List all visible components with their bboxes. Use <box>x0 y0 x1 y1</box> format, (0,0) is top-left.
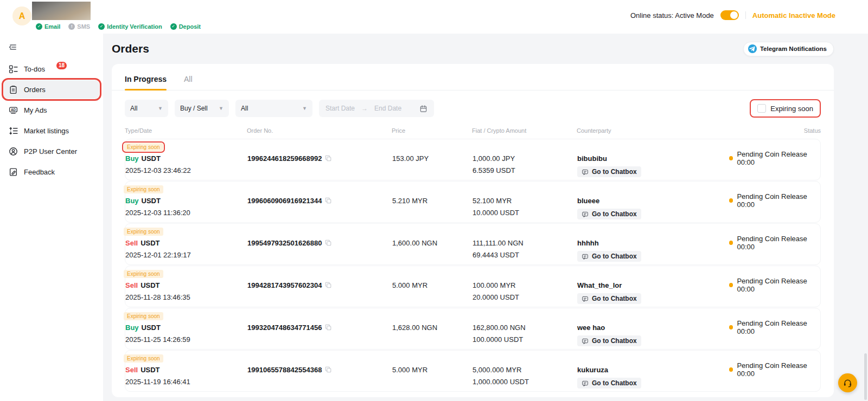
order-price: 5.000 MYR <box>392 365 473 374</box>
order-status: Pending Coin Release 00:00 <box>737 235 820 251</box>
sidebar-item-my-ads[interactable]: AD My Ads <box>4 101 99 119</box>
ad-icon: AD <box>9 106 18 115</box>
order-asset: USDT <box>142 324 161 332</box>
sidebar-item-feedback[interactable]: Feedback <box>4 163 99 181</box>
column-header: Counterparty <box>577 127 729 134</box>
go-to-chatbox-button[interactable]: Go to Chatbox <box>577 293 641 304</box>
order-status: Pending Coin Release 00:00 <box>737 319 820 335</box>
start-date-placeholder: Start Date <box>326 105 355 112</box>
status-dot <box>729 283 733 287</box>
customer-support-button[interactable] <box>838 373 857 392</box>
type-filter-dropdown[interactable]: All ▼ <box>125 100 168 117</box>
todos-count-badge: 18 <box>55 61 68 70</box>
sidebar-item-orders[interactable]: Orders <box>4 80 99 99</box>
go-to-chatbox-button[interactable]: Go to Chatbox <box>577 209 641 219</box>
counterparty-name[interactable]: wee hao <box>577 322 729 332</box>
order-datetime: 2025-11-19 16:46:41 <box>125 378 247 386</box>
order-row[interactable]: Expiring soon Buy USDT 2025-12-03 23:46:… <box>125 139 821 180</box>
tab-in-progress[interactable]: In Progress <box>125 75 167 90</box>
order-datetime: 2025-11-28 13:46:35 <box>125 293 247 301</box>
online-status-toggle[interactable] <box>720 10 739 20</box>
copy-icon[interactable] <box>324 239 332 247</box>
expiring-soon-checkbox[interactable] <box>757 104 766 113</box>
sms-unverified-badge: ! SMS <box>68 23 90 30</box>
chat-button-label: Go to Chatbox <box>592 210 637 218</box>
counterparty-name[interactable]: kukuruza <box>577 365 729 374</box>
fiat-amount: 5,000.000 MYR <box>473 365 577 374</box>
order-status: Pending Coin Release 00:00 <box>737 277 820 293</box>
sidebar-item-todos[interactable]: To-dos 18 <box>4 60 99 78</box>
side-filter-dropdown[interactable]: Buy / Sell ▼ <box>175 100 229 117</box>
counterparty-name[interactable]: blueee <box>577 196 729 205</box>
go-to-chatbox-button[interactable]: Go to Chatbox <box>577 166 641 177</box>
order-side: Sell <box>125 366 138 374</box>
order-asset: USDT <box>141 281 159 289</box>
order-number[interactable]: 1994281743957602304 <box>247 281 322 289</box>
copy-icon[interactable] <box>324 197 332 204</box>
go-to-chatbox-button[interactable]: Go to Chatbox <box>577 251 641 262</box>
order-side: Buy <box>125 197 139 205</box>
sort-list-icon <box>9 126 18 135</box>
order-number[interactable]: 1996244618259668992 <box>247 154 322 163</box>
order-number[interactable]: 1996060906916921344 <box>247 197 322 205</box>
expiring-soon-badge: Expiring soon <box>124 185 163 193</box>
automatic-inactive-mode-link[interactable]: Automatic Inactive Mode <box>752 11 835 20</box>
order-number[interactable]: 1995497932501626880 <box>247 239 322 247</box>
sidebar-item-p2p-user-center[interactable]: P2P User Center <box>4 142 99 160</box>
sidebar-item-market-listings[interactable]: Market listings <box>4 121 99 140</box>
verification-badges: ✓ Email ! SMS ✓ Identity Verification ✓ … <box>36 23 201 30</box>
telegram-notifications-button[interactable]: Telegram Notifications <box>743 42 834 56</box>
order-row[interactable]: Expiring soon Sell USDT 2025-12-01 22:19… <box>125 223 821 265</box>
avatar[interactable]: A <box>12 7 31 25</box>
go-to-chatbox-button[interactable]: Go to Chatbox <box>577 378 641 389</box>
status-dot <box>729 241 733 245</box>
arrow-right-icon: → <box>361 105 368 112</box>
order-number[interactable]: 1993204748634771456 <box>247 324 322 332</box>
order-number[interactable]: 1991065578842554368 <box>247 366 322 374</box>
sidebar-item-label: P2P User Center <box>24 147 77 156</box>
crypto-amount: 6.5359 USDT <box>473 166 577 174</box>
chat-button-label: Go to Chatbox <box>592 379 637 387</box>
date-range-picker[interactable]: Start Date → End Date <box>319 100 434 117</box>
order-status: Pending Coin Release 00:00 <box>737 150 820 166</box>
column-header: Price <box>392 127 472 134</box>
deposit-verified-badge: ✓ Deposit <box>170 23 201 30</box>
order-side: Buy <box>125 324 139 332</box>
scrollbar-thumb[interactable] <box>864 353 867 400</box>
order-price: 153.00 JPY <box>392 153 473 163</box>
tab-all[interactable]: All <box>184 75 193 90</box>
copy-icon[interactable] <box>324 154 332 162</box>
status-dot <box>729 367 733 372</box>
feedback-icon <box>9 167 18 177</box>
sidebar: To-dos 18 Orders AD My Ads Market listin… <box>0 34 103 401</box>
counterparty-name[interactable]: bibubibu <box>577 153 729 163</box>
collapse-sidebar-icon[interactable] <box>8 42 17 52</box>
order-price: 1,628.00 NGN <box>392 322 473 332</box>
sidebar-item-label: Orders <box>24 86 46 94</box>
order-datetime: 2025-12-01 22:19:17 <box>125 251 247 259</box>
checklist-icon <box>9 64 18 74</box>
expiring-soon-label: Expiring soon <box>770 105 813 113</box>
fiat-amount: 162,800.00 NGN <box>473 322 577 332</box>
chat-bubble-icon <box>582 380 589 387</box>
order-asset: USDT <box>142 154 161 163</box>
headset-icon <box>843 378 852 387</box>
order-row[interactable]: Expiring soon Sell USDT 2025-11-19 16:46… <box>125 350 821 392</box>
expiring-soon-filter[interactable]: Expiring soon <box>750 99 821 118</box>
counterparty-name[interactable]: hhhhh <box>577 238 729 248</box>
counterparty-name[interactable]: What_the_lor <box>577 280 729 290</box>
clipboard-icon <box>9 85 18 94</box>
order-row[interactable]: Expiring soon Buy USDT 2025-11-25 14:26:… <box>125 308 821 350</box>
chat-button-label: Go to Chatbox <box>592 337 637 345</box>
copy-icon[interactable] <box>324 366 332 373</box>
order-row[interactable]: Expiring soon Buy USDT 2025-12-03 11:36:… <box>125 181 821 223</box>
go-to-chatbox-button[interactable]: Go to Chatbox <box>577 335 641 346</box>
expiring-soon-badge: Expiring soon <box>124 312 163 320</box>
copy-icon[interactable] <box>324 324 332 331</box>
order-price: 5.210 MYR <box>392 196 473 205</box>
asset-filter-dropdown[interactable]: All ▼ <box>235 100 312 117</box>
order-asset: USDT <box>141 239 159 247</box>
copy-icon[interactable] <box>324 281 332 289</box>
identity-verified-badge: ✓ Identity Verification <box>98 23 162 30</box>
order-row[interactable]: Expiring soon Sell USDT 2025-11-28 13:46… <box>125 266 821 307</box>
